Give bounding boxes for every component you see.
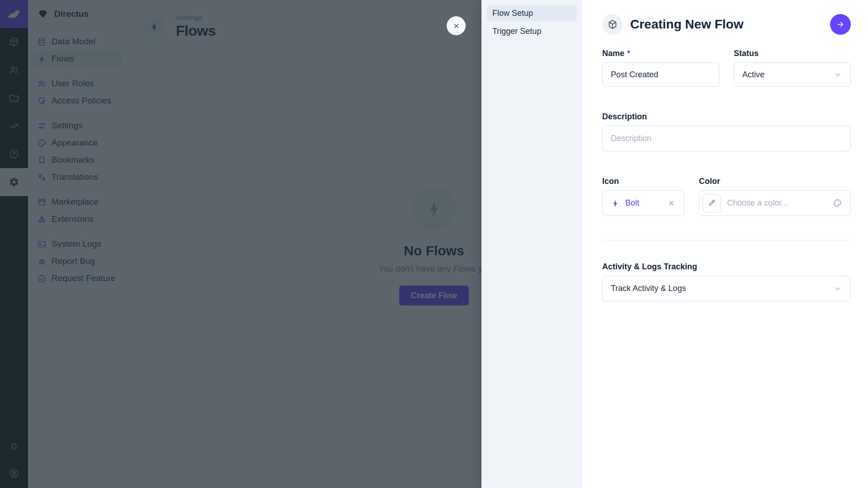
icon-field-group: Icon Bolt bbox=[602, 177, 684, 216]
arrow-right-icon bbox=[835, 19, 845, 29]
drawer-header-badge bbox=[602, 14, 623, 35]
name-field-group: Name * bbox=[602, 49, 719, 87]
cube-icon bbox=[607, 19, 618, 30]
name-input[interactable] bbox=[602, 62, 719, 87]
drawer-tab-trigger-setup[interactable]: Trigger Setup bbox=[487, 23, 577, 39]
eyedropper-icon bbox=[707, 199, 716, 208]
chevron-down-icon bbox=[833, 284, 842, 293]
color-picker[interactable] bbox=[699, 190, 851, 216]
description-label: Description bbox=[602, 112, 851, 122]
tracking-value: Track Activity & Logs bbox=[611, 284, 833, 293]
tracking-select[interactable]: Track Activity & Logs bbox=[602, 276, 851, 301]
description-field-group: Description bbox=[602, 112, 851, 151]
icon-label: Icon bbox=[602, 177, 684, 187]
status-value: Active bbox=[742, 70, 833, 80]
status-select[interactable]: Active bbox=[734, 62, 851, 87]
status-field-group: Status Active bbox=[734, 49, 851, 87]
icon-value: Bolt bbox=[625, 198, 667, 208]
description-input[interactable] bbox=[602, 126, 851, 151]
status-label: Status bbox=[734, 49, 851, 59]
next-step-button[interactable] bbox=[830, 14, 851, 35]
section-divider bbox=[602, 240, 851, 240]
drawer-tab-flow-setup[interactable]: Flow Setup bbox=[487, 5, 577, 21]
drawer-panel: Creating New Flow Name * Status Active bbox=[582, 0, 868, 488]
drawer-title: Creating New Flow bbox=[630, 17, 823, 32]
required-asterisk: * bbox=[627, 49, 630, 58]
chevron-down-icon bbox=[833, 70, 842, 79]
color-label: Color bbox=[699, 177, 851, 187]
clear-icon[interactable] bbox=[667, 199, 676, 208]
close-icon bbox=[452, 22, 461, 30]
flow-setup-form: Name * Status Active Description bbox=[602, 49, 851, 301]
name-label: Name * bbox=[602, 49, 719, 59]
icon-picker[interactable]: Bolt bbox=[602, 190, 684, 216]
tracking-label: Activity & Logs Tracking bbox=[602, 262, 851, 272]
drawer-close-button[interactable] bbox=[447, 16, 466, 35]
eyedropper-button[interactable] bbox=[703, 194, 721, 212]
bolt-icon bbox=[611, 199, 620, 208]
tracking-field-group: Activity & Logs Tracking Track Activity … bbox=[602, 262, 851, 301]
palette-icon[interactable] bbox=[833, 198, 842, 208]
drawer-nav: Flow SetupTrigger Setup bbox=[481, 0, 582, 488]
color-field-group: Color bbox=[699, 177, 851, 216]
color-input[interactable] bbox=[726, 198, 833, 208]
drawer-header: Creating New Flow bbox=[602, 0, 851, 36]
